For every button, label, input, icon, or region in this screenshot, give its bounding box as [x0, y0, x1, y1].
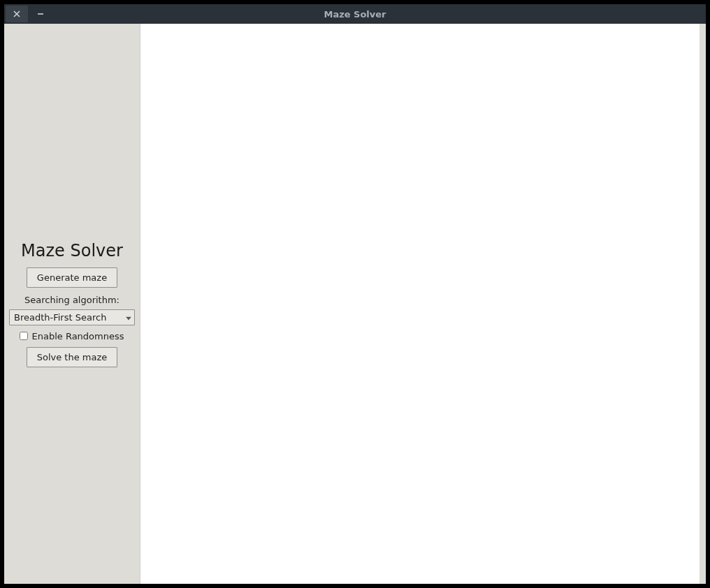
algorithm-select[interactable]: Breadth-First Search — [9, 309, 135, 325]
enable-randomness-label[interactable]: Enable Randomness — [31, 331, 124, 341]
enable-randomness-row: Enable Randomness — [20, 331, 124, 341]
sidebar: Maze Solver Generate maze Searching algo… — [4, 24, 140, 584]
window-frame: Maze Solver Maze Solver Generate maze Se… — [0, 0, 710, 588]
content-area: Maze Solver Generate maze Searching algo… — [4, 24, 706, 584]
titlebar[interactable]: Maze Solver — [4, 4, 706, 24]
solve-maze-button[interactable]: Solve the maze — [27, 347, 118, 367]
app-title: Maze Solver — [21, 241, 123, 260]
generate-maze-button[interactable]: Generate maze — [27, 267, 117, 288]
maze-canvas — [140, 24, 700, 584]
canvas-scrollbar[interactable] — [700, 24, 706, 584]
algorithm-select-wrap: Breadth-First Search — [9, 309, 135, 325]
close-icon — [13, 10, 20, 17]
algorithm-label: Searching algorithm: — [24, 295, 119, 305]
enable-randomness-checkbox[interactable] — [20, 332, 28, 340]
minimize-icon — [37, 10, 44, 17]
window-title: Maze Solver — [4, 9, 706, 20]
minimize-button[interactable] — [29, 6, 52, 22]
titlebar-buttons — [4, 4, 52, 24]
close-button[interactable] — [6, 6, 28, 22]
